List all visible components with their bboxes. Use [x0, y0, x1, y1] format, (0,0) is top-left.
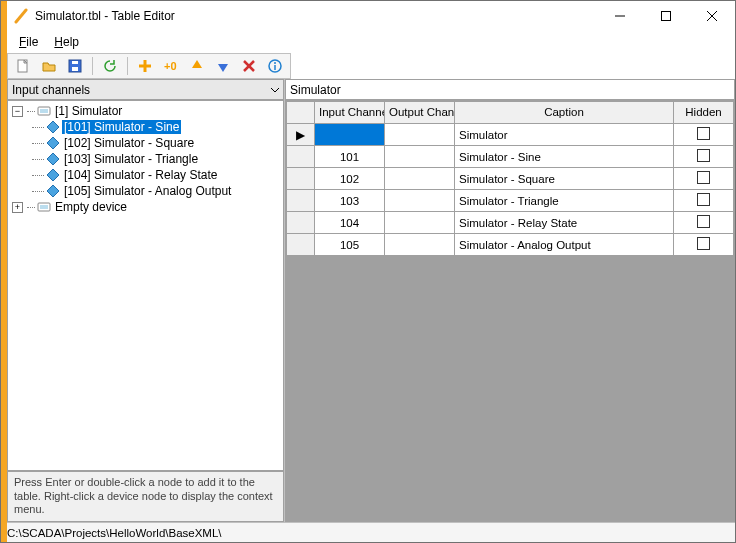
refresh-button[interactable] — [99, 55, 121, 77]
info-button[interactable] — [264, 55, 286, 77]
app-window: Simulator.tbl - Table Editor File Help +… — [0, 0, 736, 543]
svg-rect-6 — [72, 67, 78, 71]
minimize-button[interactable] — [597, 1, 643, 31]
checkbox[interactable] — [697, 171, 710, 184]
checkbox[interactable] — [697, 237, 710, 250]
grid-header-row: Input Channel Output Channel Caption Hid… — [287, 102, 734, 124]
tree-node-empty-device[interactable]: + Empty device — [8, 199, 283, 215]
grid-row[interactable]: 102 Simulator - Square — [287, 168, 734, 190]
svg-rect-19 — [40, 205, 48, 209]
svg-rect-17 — [40, 109, 48, 113]
title-bar: Simulator.tbl - Table Editor — [1, 1, 735, 31]
svg-text:+0: +0 — [164, 60, 177, 72]
maximize-button[interactable] — [643, 1, 689, 31]
add-button[interactable] — [134, 55, 156, 77]
move-up-button[interactable] — [186, 55, 208, 77]
status-bar: C:\SCADA\Projects\HelloWorld\BaseXML\ — [1, 522, 735, 542]
col-input-channel[interactable]: Input Channel — [315, 102, 385, 124]
checkbox[interactable] — [697, 149, 710, 162]
grid-row[interactable]: ▶ Simulator — [287, 124, 734, 146]
col-caption[interactable]: Caption — [455, 102, 674, 124]
diamond-icon — [46, 152, 60, 166]
new-button[interactable] — [12, 55, 34, 77]
save-button[interactable] — [64, 55, 86, 77]
svg-rect-7 — [72, 61, 78, 64]
diamond-icon — [46, 120, 60, 134]
tree-node-simulator[interactable]: − [1] Simulator — [8, 103, 283, 119]
right-panel: Simulator Input Channel Output Channel C… — [285, 79, 735, 522]
tree-node-105[interactable]: [105] Simulator - Analog Output — [8, 183, 283, 199]
diamond-icon — [46, 168, 60, 182]
row-indicator-icon: ▶ — [287, 124, 315, 146]
move-down-button[interactable] — [212, 55, 234, 77]
app-icon — [13, 8, 29, 24]
tree-node-104[interactable]: [104] Simulator - Relay State — [8, 167, 283, 183]
svg-point-14 — [274, 62, 276, 64]
col-output-channel[interactable]: Output Channel — [385, 102, 455, 124]
grid-empty-area — [286, 256, 734, 521]
tree-node-103[interactable]: [103] Simulator - Triangle — [8, 151, 283, 167]
col-hidden[interactable]: Hidden — [674, 102, 734, 124]
collapse-icon[interactable]: − — [12, 106, 23, 117]
toolbar: +0 — [7, 53, 291, 79]
tree-node-101[interactable]: [101] Simulator - Sine — [8, 119, 283, 135]
add-zero-button[interactable]: +0 — [160, 55, 182, 77]
tree-node-102[interactable]: [102] Simulator - Square — [8, 135, 283, 151]
checkbox[interactable] — [697, 215, 710, 228]
checkbox[interactable] — [697, 127, 710, 140]
left-panel: Input channels − [1] Simulator [101] Sim… — [7, 79, 285, 522]
diamond-icon — [46, 184, 60, 198]
device-icon — [37, 104, 51, 118]
close-button[interactable] — [689, 1, 735, 31]
hint-box: Press Enter or double-click a node to ad… — [7, 471, 284, 522]
open-button[interactable] — [38, 55, 60, 77]
status-path: C:\SCADA\Projects\HelloWorld\BaseXML\ — [7, 527, 222, 539]
input-channels-dropdown[interactable]: Input channels — [7, 79, 284, 100]
menu-help[interactable]: Help — [48, 33, 85, 51]
diamond-icon — [46, 136, 60, 150]
data-grid[interactable]: Input Channel Output Channel Caption Hid… — [286, 101, 734, 256]
delete-button[interactable] — [238, 55, 260, 77]
device-tree[interactable]: − [1] Simulator [101] Simulator - Sine [… — [7, 100, 284, 471]
grid-row[interactable]: 104 Simulator - Relay State — [287, 212, 734, 234]
menu-file[interactable]: File — [13, 33, 44, 51]
panel-header-label: Input channels — [12, 83, 271, 97]
grid-row[interactable]: 103 Simulator - Triangle — [287, 190, 734, 212]
chevron-down-icon — [271, 86, 279, 94]
checkbox[interactable] — [697, 193, 710, 206]
filter-text: Simulator — [290, 83, 341, 97]
svg-rect-1 — [662, 12, 671, 21]
window-title: Simulator.tbl - Table Editor — [35, 9, 597, 23]
device-icon — [37, 200, 51, 214]
grid-row[interactable]: 101 Simulator - Sine — [287, 146, 734, 168]
expand-icon[interactable]: + — [12, 202, 23, 213]
menu-bar: File Help — [1, 31, 735, 53]
filter-input[interactable]: Simulator — [285, 79, 735, 100]
grid-row[interactable]: 105 Simulator - Analog Output — [287, 234, 734, 256]
